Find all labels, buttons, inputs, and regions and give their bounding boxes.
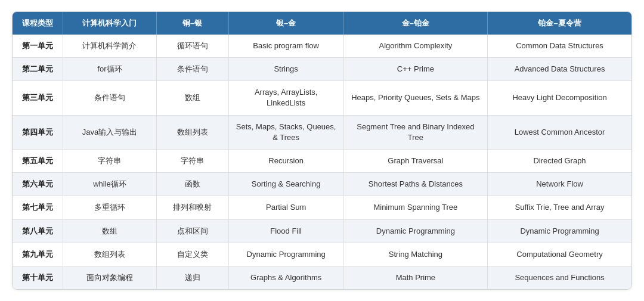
table-row: 第十单元面向对象编程递归Graphs & AlgorithmsMath Prim… [13, 266, 631, 289]
cell-row9-col0: 第九单元 [13, 243, 63, 266]
table-row: 第二单元for循环条件语句StringsC++ PrimeAdvanced Da… [13, 58, 631, 81]
cell-row2-col3: Strings [228, 58, 343, 81]
table-row: 第五单元字符串字符串RecursionGraph TraversalDirect… [13, 150, 631, 173]
cell-row4-col0: 第四单元 [13, 115, 63, 149]
header-platinum-camp: 铂金–夏令营 [488, 12, 631, 35]
cell-row2-col0: 第二单元 [13, 58, 63, 81]
cell-row7-col3: Partial Sum [228, 196, 343, 219]
cell-row1-col2: 循环语句 [156, 35, 228, 58]
cell-row7-col2: 排列和映射 [156, 196, 228, 219]
table-row: 第九单元数组列表自定义类Dynamic ProgrammingString Ma… [13, 243, 631, 266]
cell-row3-col2: 数组 [156, 81, 228, 115]
table-row: 第七单元多重循环排列和映射Partial SumMinimum Spanning… [13, 196, 631, 219]
cell-row1-col1: 计算机科学简介 [63, 35, 156, 58]
cell-row6-col2: 函数 [156, 173, 228, 196]
cell-row5-col2: 字符串 [156, 150, 228, 173]
header-bronze-silver: 铜–银 [156, 12, 228, 35]
header-row: 课程类型 计算机科学入门 铜–银 银–金 金–铂金 铂金–夏令营 [13, 12, 631, 35]
cell-row9-col3: Dynamic Programming [228, 243, 343, 266]
cell-row5-col1: 字符串 [63, 150, 156, 173]
cell-row6-col4: Shortest Paths & Distances [343, 173, 487, 196]
cell-row8-col2: 点和区间 [156, 219, 228, 243]
cell-row5-col4: Graph Traversal [343, 150, 487, 173]
cell-row6-col1: while循环 [63, 173, 156, 196]
header-unit: 课程类型 [13, 12, 63, 35]
cell-row8-col3: Flood Fill [228, 219, 343, 243]
cell-row9-col1: 数组列表 [63, 243, 156, 266]
cell-row4-col1: Java输入与输出 [63, 115, 156, 149]
cell-row10-col0: 第十单元 [13, 266, 63, 289]
cell-row9-col4: String Matching [343, 243, 487, 266]
cell-row4-col4: Segment Tree and Binary Indexed Tree [343, 115, 487, 149]
cell-row7-col0: 第七单元 [13, 196, 63, 219]
cell-row6-col0: 第六单元 [13, 173, 63, 196]
header-silver-gold: 银–金 [228, 12, 343, 35]
cell-row1-col4: Algorithm Complexity [343, 35, 487, 58]
table-row: 第三单元条件语句数组Arrays, ArrayLists, LinkedList… [13, 81, 631, 115]
cell-row9-col2: 自定义类 [156, 243, 228, 266]
cell-row7-col4: Minimum Spanning Tree [343, 196, 487, 219]
cell-row10-col5: Sequences and Functions [488, 266, 631, 289]
cell-row3-col4: Heaps, Priority Queues, Sets & Maps [343, 81, 487, 115]
cell-row9-col5: Computational Geometry [488, 243, 631, 266]
cell-row2-col1: for循环 [63, 58, 156, 81]
cell-row10-col1: 面向对象编程 [63, 266, 156, 289]
cell-row6-col5: Network Flow [488, 173, 631, 196]
table-row: 第八单元数组点和区间Flood FillDynamic ProgrammingD… [13, 219, 631, 243]
cell-row4-col3: Sets, Maps, Stacks, Queues, & Trees [228, 115, 343, 149]
cell-row10-col3: Graphs & Algorithms [228, 266, 343, 289]
cell-row3-col5: Heavy Light Decomposition [488, 81, 631, 115]
cell-row2-col2: 条件语句 [156, 58, 228, 81]
cell-row5-col3: Recursion [228, 150, 343, 173]
table-row: 第六单元while循环函数Sorting & SearchingShortest… [13, 173, 631, 196]
cell-row1-col5: Common Data Structures [488, 35, 631, 58]
cell-row8-col4: Dynamic Programming [343, 219, 487, 243]
table-row: 第一单元计算机科学简介循环语句Basic program flowAlgorit… [13, 35, 631, 58]
cell-row8-col1: 数组 [63, 219, 156, 243]
curriculum-table: 课程类型 计算机科学入门 铜–银 银–金 金–铂金 铂金–夏令营 第一单元计算机… [12, 11, 632, 290]
cell-row2-col5: Advanced Data Structures [488, 58, 631, 81]
header-gold-platinum: 金–铂金 [343, 12, 487, 35]
cell-row3-col0: 第三单元 [13, 81, 63, 115]
cell-row10-col2: 递归 [156, 266, 228, 289]
cell-row8-col5: Dynamic Programming [488, 219, 631, 243]
cell-row1-col0: 第一单元 [13, 35, 63, 58]
header-intro: 计算机科学入门 [63, 12, 156, 35]
table-row: 第四单元Java输入与输出数组列表Sets, Maps, Stacks, Que… [13, 115, 631, 149]
cell-row1-col3: Basic program flow [228, 35, 343, 58]
cell-row4-col2: 数组列表 [156, 115, 228, 149]
cell-row3-col1: 条件语句 [63, 81, 156, 115]
cell-row5-col5: Directed Graph [488, 150, 631, 173]
cell-row8-col0: 第八单元 [13, 219, 63, 243]
cell-row3-col3: Arrays, ArrayLists, LinkedLists [228, 81, 343, 115]
cell-row2-col4: C++ Prime [343, 58, 487, 81]
cell-row5-col0: 第五单元 [13, 150, 63, 173]
cell-row10-col4: Math Prime [343, 266, 487, 289]
cell-row4-col5: Lowest Common Ancestor [488, 115, 631, 149]
cell-row7-col1: 多重循环 [63, 196, 156, 219]
cell-row6-col3: Sorting & Searching [228, 173, 343, 196]
cell-row7-col5: Suffix Trie, Tree and Array [488, 196, 631, 219]
